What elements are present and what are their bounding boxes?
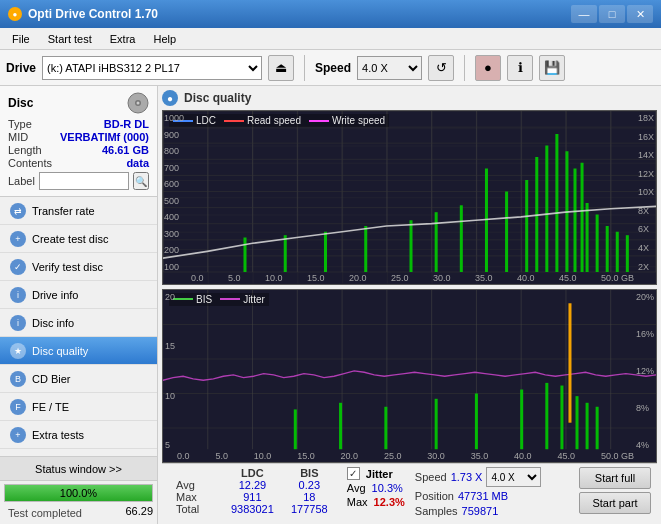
dq-icon: ●: [162, 90, 178, 106]
jitter-avg-val: 10.3%: [372, 482, 403, 494]
readspeed-dot: [224, 120, 244, 122]
status-text: Test completed: [4, 505, 86, 522]
nav-cd-bier[interactable]: B CD Bier: [0, 365, 157, 393]
info-button[interactable]: ℹ: [507, 55, 533, 81]
start-part-button[interactable]: Start part: [579, 492, 651, 514]
titlebar-left: ● Opti Drive Control 1.70: [8, 7, 158, 21]
maximize-button[interactable]: □: [599, 5, 625, 23]
disc-label-row: Label 🔍: [8, 172, 149, 190]
discinfo-icon: i: [10, 315, 26, 331]
nav-transfer-rate[interactable]: ⇄ Transfer rate: [0, 197, 157, 225]
jitter-header-row: ✓ Jitter: [347, 467, 405, 480]
eject-button[interactable]: ⏏: [268, 55, 294, 81]
status-window-button[interactable]: Status window >>: [0, 457, 157, 481]
settings-button[interactable]: ●: [475, 55, 501, 81]
position-row: Position 47731 MB: [415, 490, 542, 502]
top-legend: LDC Read speed Write speed: [169, 114, 389, 127]
svg-rect-67: [475, 393, 478, 449]
minimize-button[interactable]: —: [571, 5, 597, 23]
samples-row: Samples 759871: [415, 505, 542, 517]
nav-drive-info[interactable]: i Drive info: [0, 281, 157, 309]
nav-create-test[interactable]: + Create test disc: [0, 225, 157, 253]
nav-disc-info[interactable]: i Disc info: [0, 309, 157, 337]
nav-label-extra: Extra tests: [32, 429, 84, 441]
jitter-avg-label: Avg: [347, 482, 366, 494]
svg-rect-33: [460, 205, 463, 272]
action-buttons: Start full Start part: [579, 467, 651, 514]
mid-value: VERBATIMf (000): [60, 131, 149, 143]
jitter-max-val: 12.3%: [374, 496, 405, 508]
svg-rect-30: [364, 226, 367, 272]
speed-select[interactable]: 4.0 X 2.0 X 8.0 X: [357, 56, 422, 80]
svg-rect-42: [581, 163, 584, 272]
nav-label-disc-info: Disc info: [32, 317, 74, 329]
jitter-checkbox[interactable]: ✓: [347, 467, 360, 480]
writespeed-dot: [309, 120, 329, 122]
speed-row: Speed 1.73 X 4.0 X 2.0 X: [415, 467, 542, 487]
disc-type-row: Type BD-R DL: [8, 118, 149, 130]
bottom-legend: BIS Jitter: [169, 293, 269, 306]
svg-rect-39: [555, 134, 558, 272]
svg-rect-46: [616, 232, 619, 272]
svg-rect-63: [294, 409, 297, 449]
svg-rect-29: [324, 232, 327, 272]
version-text: 66.29: [125, 505, 153, 522]
disc-header: Disc: [8, 92, 149, 114]
menu-extra[interactable]: Extra: [102, 31, 144, 47]
jitter-max-row: Max 12.3%: [347, 496, 405, 508]
svg-rect-36: [525, 180, 528, 272]
menu-start-test[interactable]: Start test: [40, 31, 100, 47]
contents-key: Contents: [8, 157, 52, 169]
disc-section: Disc Type BD-R DL MID VERBATIMf (000) Le…: [0, 86, 157, 197]
nav-disc-quality[interactable]: ★ Disc quality: [0, 337, 157, 365]
legend-jitter-label: Jitter: [243, 294, 265, 305]
nav-extra-tests[interactable]: + Extra tests: [0, 421, 157, 449]
svg-rect-68: [520, 389, 523, 449]
discquality-icon: ★: [10, 343, 26, 359]
menu-help[interactable]: Help: [145, 31, 184, 47]
nav-verify-test[interactable]: ✓ Verify test disc: [0, 253, 157, 281]
start-full-button[interactable]: Start full: [579, 467, 651, 489]
speed-val: 1.73 X: [451, 471, 483, 483]
jitter-avg-row: Avg 10.3%: [347, 482, 405, 494]
bottom-chart: BIS Jitter: [162, 289, 657, 464]
drive-select[interactable]: (k:) ATAPI iHBS312 2 PL17: [42, 56, 262, 80]
drive-label: Drive: [6, 61, 36, 75]
menu-file[interactable]: File: [4, 31, 38, 47]
y-axis-left-bottom: 2015105: [165, 292, 175, 451]
svg-rect-32: [435, 212, 438, 272]
type-key: Type: [8, 118, 32, 130]
total-bis: 177758: [282, 503, 337, 515]
progress-bar: 100.0%: [4, 484, 153, 502]
svg-rect-73: [596, 406, 599, 448]
progress-text: 100.0%: [5, 485, 152, 501]
x-axis-bottom: 0.05.010.015.020.025.030.035.040.045.050…: [177, 451, 634, 461]
svg-rect-70: [560, 385, 563, 449]
nav-label-create: Create test disc: [32, 233, 108, 245]
samples-val: 759871: [462, 505, 499, 517]
window-title: Opti Drive Control 1.70: [28, 7, 158, 21]
svg-rect-44: [596, 215, 599, 273]
svg-rect-38: [545, 146, 548, 273]
label-search-button[interactable]: 🔍: [133, 172, 149, 190]
svg-point-2: [137, 102, 140, 105]
refresh-button[interactable]: ↺: [428, 55, 454, 81]
avg-ldc: 12.29: [223, 479, 282, 491]
close-button[interactable]: ✕: [627, 5, 653, 23]
nav-fe-te[interactable]: F FE / TE: [0, 393, 157, 421]
speed-select-stats[interactable]: 4.0 X 2.0 X: [486, 467, 541, 487]
disc-length-row: Length 46.61 GB: [8, 144, 149, 156]
legend-readspeed: Read speed: [224, 115, 301, 126]
jitter-max-label: Max: [347, 496, 368, 508]
y-axis-right-top: 18X16X14X12X10X8X6X4X2X: [638, 113, 654, 272]
save-button[interactable]: 💾: [539, 55, 565, 81]
svg-rect-45: [606, 226, 609, 272]
legend-writespeed-label: Write speed: [332, 115, 385, 126]
avg-bis: 0.23: [282, 479, 337, 491]
row-max-label: Max: [168, 491, 223, 503]
position-label: Position: [415, 490, 454, 502]
label-input[interactable]: [39, 172, 129, 190]
svg-rect-72: [586, 402, 589, 448]
fete-icon: F: [10, 399, 26, 415]
legend-bis: BIS: [173, 294, 212, 305]
